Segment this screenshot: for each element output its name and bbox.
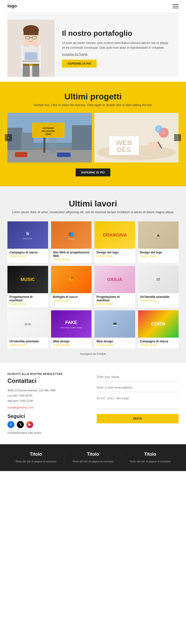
work-item-category: Graphic design: [53, 344, 90, 346]
svg-point-4: [23, 43, 29, 47]
thumb-label: ◆◆: [23, 320, 32, 328]
work-item[interactable]: ▲ Design del logo Graphic design: [138, 222, 179, 263]
outdoor-billboard-image: OUTDOOR BILLBOARD HERE: [7, 113, 92, 162]
work-item[interactable]: 🍊 Bottiglia di succo Graphic design: [51, 266, 92, 307]
hero-person-image: [7, 20, 55, 77]
work-description: Lorem ipsum dolor sit amet, consectetur …: [7, 210, 179, 214]
svg-text:UI: UI: [158, 128, 160, 130]
form-email-input[interactable]: [97, 383, 179, 392]
thumb-label: 👥: [67, 230, 75, 238]
site-footer: Titolo Testo del piè di pagina di esempi…: [0, 444, 186, 471]
svg-rect-24: [72, 125, 92, 150]
work-title: Ultimi lavori: [7, 199, 179, 208]
form-name-input[interactable]: [97, 373, 179, 382]
work-thumbnail: ▲: [138, 222, 179, 249]
form-message-input[interactable]: [97, 394, 179, 409]
svg-rect-38: [109, 133, 139, 136]
work-item[interactable]: b Book Cover Campagna di marca Graphic d…: [7, 222, 48, 263]
work-info: Progettazione di manifesti Graphic desig…: [94, 293, 135, 307]
work-info: Campagna di marca Graphic design: [138, 338, 179, 348]
work-item-title: Sito Web di progettazione Web: [53, 251, 90, 258]
footer-col-2: Titolo Testo del piè di pagina di esempi…: [122, 452, 179, 464]
work-item-title: Web design: [96, 340, 133, 343]
thumb-label: 💻: [111, 320, 119, 328]
svg-text:UX: UX: [162, 132, 165, 134]
contact-email[interactable]: contatti@esbnyc.com: [7, 406, 33, 409]
hero-cta-button[interactable]: SAPERNE DI PIÙ: [62, 60, 97, 68]
twitter-icon[interactable]: 𝕏: [17, 421, 24, 428]
carousel-next-button[interactable]: ›: [174, 134, 181, 141]
projects-carousel: OUTDOOR BILLBOARD HERE: [7, 113, 179, 162]
work-info: Design del logo Graphic design: [138, 249, 179, 260]
work-item-title: Campagna di marca: [9, 251, 46, 254]
svg-rect-33: [50, 141, 56, 152]
work-item-category: Graphic design: [96, 302, 133, 305]
work-item-category: Graphic design: [53, 258, 90, 261]
svg-rect-10: [23, 30, 38, 35]
work-item-title: Campagna di marca: [140, 340, 177, 343]
thumb-label: FAKE: [64, 319, 78, 326]
work-item-category: Graphic design: [96, 255, 133, 258]
work-item[interactable]: FAKE Web design Graphic design Web desig…: [51, 310, 92, 348]
svg-rect-32: [57, 152, 71, 157]
contact-email-wrap: contatti@esbnyc.com: [7, 405, 89, 410]
work-item-title: Web design: [53, 340, 90, 343]
work-thumbnail: ORANGINA: [94, 222, 135, 249]
thumb-extra: Web design Graphic design: [60, 326, 82, 329]
hero-content: Il nostro portafoglio Ut enim ad minim v…: [55, 29, 171, 68]
work-item[interactable]: ORANGINA Design del logo Graphic design: [94, 222, 135, 263]
social-icons-wrap: f 𝕏 ▶: [7, 421, 89, 428]
work-section: Ultimi lavori Lorem ipsum dolor sit amet…: [0, 186, 186, 363]
work-item[interactable]: 💻 Web design Graphic design: [94, 310, 135, 348]
facebook-icon[interactable]: f: [7, 421, 14, 428]
hero-image-credit[interactable]: Immagine da Freepik: [62, 53, 171, 56]
svg-text:OUTDOOR: OUTDOOR: [43, 127, 54, 130]
projects-cta-button[interactable]: SAPERNE DI PIÙ: [76, 168, 110, 176]
work-info: Web design Graphic design: [94, 338, 135, 348]
footer-col-title: Titolo: [68, 452, 118, 457]
thumb-extra: Strategy: [67, 238, 75, 240]
carousel-images-wrap: OUTDOOR BILLBOARD HERE: [7, 113, 179, 162]
projects-subtitle: Sample text. Click to select the text bo…: [7, 103, 179, 107]
work-item-category: Graphic design: [140, 344, 177, 346]
projects-cta-wrap: SAPERNE DI PIÙ: [7, 168, 179, 176]
work-item[interactable]: 👥 Strategy Sito Web di progettazione Web…: [51, 222, 92, 263]
work-item-category: Graphic design: [96, 344, 133, 346]
instagram-icon[interactable]: ▶: [26, 421, 33, 428]
thumb-label: 🍊: [67, 276, 75, 283]
work-thumbnail: 🍊: [51, 266, 92, 293]
work-item[interactable]: GIULIA Progettazione di manifesti Graphi…: [94, 266, 135, 307]
svg-rect-15: [29, 64, 33, 66]
form-submit-button[interactable]: INVIA: [97, 414, 179, 423]
work-item-title: Un'identità aziendale: [140, 295, 177, 299]
work-item-title: Design del logo: [96, 251, 133, 254]
work-freepik-credit: Immagine da Freepik: [7, 352, 179, 355]
work-thumbnail: 💻: [94, 310, 135, 338]
work-info: Un'identità aziendale Graphic design: [138, 293, 179, 304]
footer-col-text: Testo del piè di pagina di esempio: [126, 460, 175, 464]
privacy-note: ©2024Informativa sulla privacy: [7, 432, 89, 434]
hero-description: Ut enim ad minim veniam, quis nostrud ex…: [62, 41, 171, 50]
work-item[interactable]: CORSI Campagna di marca Graphic design: [138, 310, 179, 348]
carousel-prev-button[interactable]: ‹: [5, 134, 12, 141]
work-item-category: Graphic design: [9, 302, 46, 305]
work-item-title: Un'identità aziendale: [9, 340, 46, 343]
work-item[interactable]: ◆◆ Un'identità aziendale Graphic design: [7, 310, 48, 348]
work-item-title: Bottiglia di succo: [53, 295, 90, 299]
projects-title: Ultimi progetti: [7, 92, 179, 101]
work-item[interactable]: M Un'identità aziendale Graphic design: [138, 266, 179, 307]
hero-title: Il nostro portafoglio: [62, 29, 171, 38]
footer-col-title: Titolo: [126, 452, 175, 457]
projects-section: Ultimi progetti Sample text. Click to se…: [0, 82, 186, 186]
work-item-category: Graphic design: [53, 299, 90, 302]
svg-rect-16: [23, 66, 30, 77]
work-thumbnail: ◆◆: [7, 310, 48, 338]
hamburger-menu[interactable]: [173, 4, 179, 8]
site-header: logo: [0, 0, 186, 12]
svg-point-5: [33, 43, 39, 47]
svg-rect-25: [43, 135, 45, 152]
work-item[interactable]: MUSIC Progettazione di manifesti Graphic…: [7, 266, 48, 307]
work-info: Sito Web di progettazione Web Graphic de…: [51, 249, 92, 263]
thumb-label: MUSIC: [19, 276, 36, 283]
svg-rect-34: [49, 138, 56, 142]
